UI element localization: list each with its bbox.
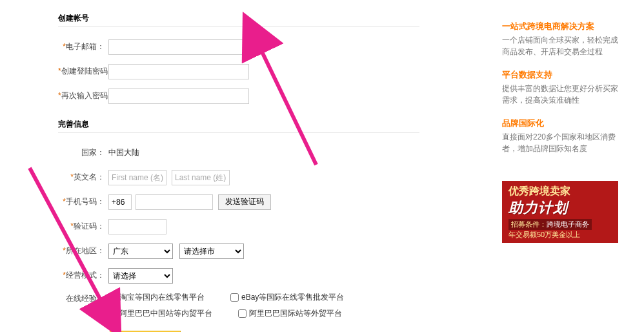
city-select[interactable]: 请选择市 xyxy=(179,244,244,259)
password-input[interactable] xyxy=(108,64,249,79)
last-name-input[interactable] xyxy=(172,170,230,185)
label-biz-mode: 经营模式 xyxy=(66,271,97,280)
checkbox-alibaba-intl[interactable]: 阿里巴巴国际站等外贸平台 xyxy=(238,308,342,319)
label-experience: 在线经验 xyxy=(66,294,97,303)
country-value: 中国大陆 xyxy=(108,147,139,158)
checkbox-taobao[interactable]: 淘宝等国内在线零售平台 xyxy=(108,292,205,303)
promo-line1: 优秀跨境卖家 xyxy=(508,185,612,198)
label-en-name: 英文名 xyxy=(74,172,97,182)
label-vcode: 验证码 xyxy=(74,222,97,231)
feature-desc-1: 一个店铺面向全球买家，轻松完成商品发布、开店和交易全过程 xyxy=(502,34,618,57)
checkbox-ebay[interactable]: eBay等国际在线零售批发平台 xyxy=(230,292,344,303)
feature-title-3: 品牌国际化 xyxy=(502,118,618,129)
first-name-input[interactable] xyxy=(108,170,166,185)
registration-form: 创建帐号 *电子邮箱： *创建登陆密码： *再次输入密码： 完善信息 国家： 中… xyxy=(58,13,419,332)
checkbox-alibaba-cn[interactable]: 阿里巴巴中国站等内贸平台 xyxy=(108,308,212,319)
label-country: 国家 xyxy=(81,148,97,157)
promo-sub2: 年交易额50万美金以上 xyxy=(508,230,612,240)
verification-code-input[interactable] xyxy=(108,219,166,234)
feature-title-1: 一站式跨境电商解决方案 xyxy=(502,21,618,32)
province-select[interactable]: 广东 xyxy=(108,244,173,259)
label-mobile: 手机号码 xyxy=(66,197,97,206)
phone-number-input[interactable] xyxy=(136,194,213,210)
password-confirm-input[interactable] xyxy=(108,88,249,104)
label-password-create: 创建登陆密码 xyxy=(61,67,108,76)
business-mode-select[interactable]: 请选择 xyxy=(108,268,173,284)
feature-desc-2: 提供丰富的数据让您更好分析买家需求，提高决策准确性 xyxy=(502,83,618,106)
send-sms-button[interactable]: 发送验证码 xyxy=(218,194,271,210)
promo-banner[interactable]: 优秀跨境卖家 助力计划 招募条件：跨境电子商务 年交易额50万美金以上 xyxy=(502,181,618,243)
section-profile: 完善信息 xyxy=(58,119,419,133)
feature-title-2: 平台数据支持 xyxy=(502,69,618,81)
section-create-account: 创建帐号 xyxy=(58,13,419,27)
label-password-again: 再次输入密码 xyxy=(61,91,108,100)
promo-line2: 助力计划 xyxy=(508,198,612,218)
feature-desc-3: 直接面对220多个国家和地区消费者，增加品牌国际知名度 xyxy=(502,131,618,154)
sidebar-features: 一站式跨境电商解决方案 一个店铺面向全球买家，轻松完成商品发布、开店和交易全过程… xyxy=(502,21,618,166)
label-email: 电子邮箱 xyxy=(66,42,97,51)
promo-sub1: 招募条件：跨境电子商务 xyxy=(508,219,592,230)
email-input[interactable] xyxy=(108,39,249,55)
label-region: 所在地区 xyxy=(66,246,97,255)
phone-prefix-input[interactable] xyxy=(108,194,132,210)
